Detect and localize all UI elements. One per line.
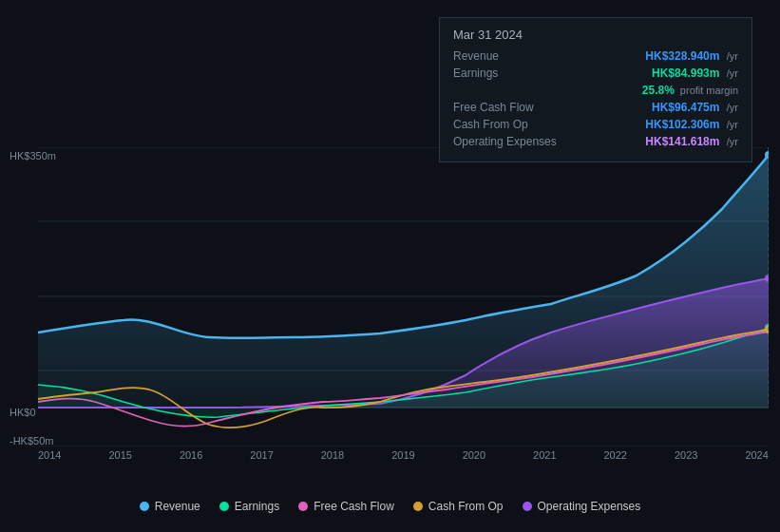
legend-label-earnings: Earnings [235,500,279,513]
tooltip-row-revenue: Revenue HK$328.940m /yr [453,49,738,63]
tooltip-row-cashop: Cash From Op HK$102.306m /yr [453,118,738,131]
legend-dot-opex [523,502,532,511]
legend-fcf[interactable]: Free Cash Flow [298,500,394,513]
tooltip-earnings-suffix: /yr [727,67,738,79]
tooltip-row-opex: Operating Expenses HK$141.618m /yr [453,135,738,148]
tooltip-profit-margin: 25.8% [642,84,675,97]
x-label-2021: 2021 [533,449,556,461]
tooltip-cashop-suffix: /yr [727,119,738,130]
tooltip-cashop-value: HK$102.306m [645,118,719,131]
legend-dot-fcf [298,502,308,511]
tooltip-revenue-suffix: /yr [727,50,738,62]
legend-opex[interactable]: Operating Expenses [523,500,641,513]
legend-earnings[interactable]: Earnings [219,500,279,513]
legend-label-opex: Operating Expenses [538,500,641,513]
tooltip-profit-margin-label: profit margin [680,85,738,96]
x-label-2023: 2023 [675,449,697,461]
legend-dot-earnings [219,502,229,511]
tooltip-opex-value: HK$141.618m [645,135,719,148]
tooltip-fcf-value: HK$96.475m [652,101,719,114]
legend: Revenue Earnings Free Cash Flow Cash Fro… [0,500,780,513]
legend-revenue[interactable]: Revenue [140,500,200,513]
tooltip-row-fcf: Free Cash Flow HK$96.475m /yr [453,101,738,114]
x-label-2022: 2022 [604,449,627,461]
x-label-2017: 2017 [250,449,273,461]
tooltip-row-profit-margin: 25.8% profit margin [453,84,738,97]
y-label-zero: HK$0 [10,407,36,418]
tooltip-fcf-suffix: /yr [727,102,738,113]
legend-label-fcf: Free Cash Flow [314,500,394,513]
legend-dot-cashop [413,502,423,511]
tooltip-revenue-label: Revenue [453,49,567,63]
x-label-2018: 2018 [321,449,344,461]
tooltip-revenue-value: HK$328.940m [645,49,719,63]
x-axis: 2014 2015 2016 2017 2018 2019 2020 2021 … [38,449,769,461]
chart-svg [38,147,769,446]
x-label-2016: 2016 [180,449,202,461]
legend-cashop[interactable]: Cash From Op [413,500,504,513]
tooltip-fcf-label: Free Cash Flow [453,101,567,114]
tooltip-date: Mar 31 2024 [453,28,738,42]
legend-dot-revenue [140,502,149,511]
tooltip-row-earnings: Earnings HK$84.993m /yr [453,66,738,80]
tooltip-cashop-label: Cash From Op [453,118,567,131]
legend-label-cashop: Cash From Op [428,500,504,513]
tooltip-earnings-label: Earnings [453,66,567,80]
tooltip-earnings-value: HK$84.993m [652,66,719,80]
x-label-2020: 2020 [463,449,485,461]
x-label-2014: 2014 [38,449,61,461]
tooltip-opex-label: Operating Expenses [453,135,567,148]
tooltip-opex-suffix: /yr [727,136,738,147]
tooltip-box: Mar 31 2024 Revenue HK$328.940m /yr Earn… [439,17,752,162]
chart-container: Mar 31 2024 Revenue HK$328.940m /yr Earn… [0,0,780,532]
x-label-2019: 2019 [391,449,414,461]
legend-label-revenue: Revenue [155,500,200,513]
x-label-2015: 2015 [108,449,131,461]
x-label-2024: 2024 [745,449,768,461]
